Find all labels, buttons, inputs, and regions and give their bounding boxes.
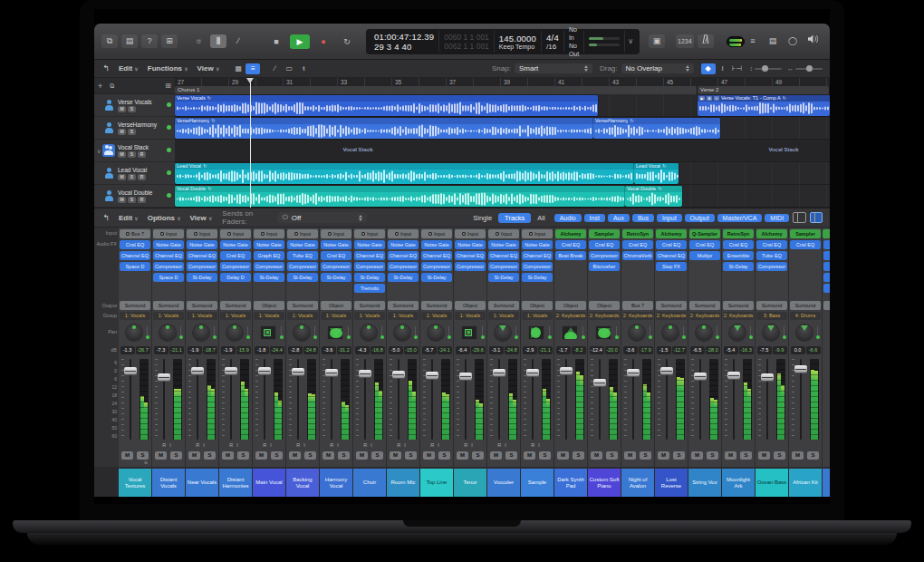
audio-fx-slot[interactable]: Channel EQ <box>522 251 553 260</box>
audio-fx-slot[interactable]: Channel EQ <box>187 251 217 260</box>
audio-fx-slot[interactable]: Tube EQ <box>756 251 787 260</box>
channel-strip[interactable] <box>823 228 830 467</box>
track-name-tile[interactable]: Sample <box>521 469 553 497</box>
output-slot[interactable]: Surround <box>488 301 519 310</box>
pan-knob[interactable] <box>226 325 243 341</box>
mute-button[interactable]: M <box>792 451 804 460</box>
audio-fx-slot[interactable]: St-Delay <box>488 273 519 282</box>
input-slot[interactable] <box>823 229 830 238</box>
mute-button[interactable]: M <box>322 451 334 460</box>
audio-region[interactable]: Lead Vocal↻ <box>175 163 634 184</box>
surround-pan-pad[interactable] <box>260 325 276 340</box>
audio-fx-slot[interactable]: Compressor <box>421 262 452 271</box>
metronome-icon[interactable] <box>698 34 714 48</box>
audio-fx-slot[interactable]: Noise Gate <box>254 240 284 249</box>
display-mode-icon[interactable]: ▣ <box>649 34 665 48</box>
audio-fx-slot[interactable]: Channel EQ <box>120 251 150 260</box>
peak-value[interactable]: -15.0 <box>404 346 419 354</box>
menu-view[interactable]: View ∨ <box>193 64 225 73</box>
track-header[interactable]: Verse VocalsMS <box>94 94 175 117</box>
output-slot[interactable]: Object <box>455 301 486 310</box>
audio-fx-slot[interactable]: Cnsl EQ <box>555 240 586 249</box>
group-slot[interactable]: 1: Vocals <box>287 312 318 320</box>
play-button[interactable]: ▶ <box>290 34 310 49</box>
mixer-menu-view[interactable]: View ∨ <box>186 214 217 222</box>
pencil-icon[interactable]: ∕ <box>230 34 246 48</box>
mute-button[interactable]: M <box>118 129 126 135</box>
track-name-tile[interactable]: Vocoder <box>487 469 520 497</box>
pan-control[interactable] <box>756 322 788 345</box>
scope-tab-tracks[interactable]: Tracks <box>498 213 531 223</box>
audio-fx-slot[interactable]: Compressor <box>756 262 787 271</box>
automation-icon[interactable]: ∕ <box>267 63 282 74</box>
volume-fader[interactable] <box>426 372 438 380</box>
input-monitor-button[interactable]: I <box>169 442 175 448</box>
volume-value[interactable]: -3.6 <box>623 346 638 354</box>
pan-side-slider[interactable] <box>348 326 349 339</box>
output-slot[interactable]: Surround <box>723 301 754 310</box>
pan-control[interactable] <box>554 322 587 345</box>
peak-value[interactable]: -26.7 <box>136 346 150 354</box>
volume-fader[interactable] <box>526 369 539 377</box>
pan-side-slider[interactable] <box>381 326 382 339</box>
pan-side-slider[interactable] <box>448 326 449 339</box>
input-slot[interactable]: Input <box>321 229 351 238</box>
pan-control[interactable] <box>521 322 553 345</box>
volume-fader[interactable] <box>694 373 707 381</box>
filter-midi[interactable]: MIDI <box>765 214 789 222</box>
channel-strip[interactable]: RetroSynCnsl EQChromaVerbBus 72: Keyboar… <box>621 228 654 467</box>
peak-value[interactable]: -24.8 <box>505 346 519 354</box>
audio-region[interactable]: Lead Vocal↻ <box>634 163 679 184</box>
track-on-indicator[interactable] <box>167 102 171 107</box>
channel-strip[interactable]: AlchemyCnsl EQBeat BreakObject2: Keyboar… <box>554 228 587 467</box>
input-slot[interactable]: Input <box>522 229 553 238</box>
volume-value[interactable]: -5.0 <box>389 346 403 354</box>
grid-view-icon[interactable]: ▦ <box>231 63 245 74</box>
pan-side-slider[interactable] <box>147 326 148 339</box>
mute-button[interactable]: M <box>118 197 126 203</box>
track-lane[interactable]: Vocal Double↻Vocal Double↻ <box>175 185 830 208</box>
audio-fx-slot[interactable]: Tremolo <box>354 284 385 293</box>
mute-button[interactable]: M <box>289 451 301 460</box>
help-icon[interactable]: ? <box>141 34 158 48</box>
solo-button[interactable]: S <box>472 451 484 460</box>
volume-value[interactable]: -1.8 <box>255 346 269 354</box>
audio-fx-slot[interactable]: St-Delay <box>254 273 284 282</box>
track-name-tile[interactable]: Lost Reverse <box>655 469 688 497</box>
input-slot[interactable]: Input <box>287 229 318 238</box>
track-name-tile[interactable]: Tenor <box>454 469 486 497</box>
audio-fx-slot[interactable]: Noise Gate <box>522 240 553 249</box>
input-slot[interactable]: Input <box>254 229 284 238</box>
volume-value[interactable]: -1.5 <box>657 346 671 354</box>
volume-fader[interactable] <box>560 367 573 375</box>
volume-fader[interactable] <box>660 367 673 375</box>
audio-fx-slot[interactable]: Channel EQ <box>354 251 385 260</box>
solo-button[interactable]: S <box>740 451 752 460</box>
audio-fx-slot[interactable]: Beat Break <box>555 251 586 260</box>
audio-region[interactable]: Verse Vocals↻ <box>175 95 598 116</box>
track-name-tile[interactable]: Choir <box>353 469 386 497</box>
peak-value[interactable]: -8.2 <box>572 346 586 354</box>
audio-region[interactable]: Vocal Double↻ <box>625 186 682 207</box>
audio-fx-slot[interactable]: Compressor <box>388 262 419 271</box>
input-monitor-button[interactable]: I <box>438 442 443 448</box>
pan-control[interactable] <box>219 322 252 345</box>
mute-button[interactable]: M <box>725 451 736 460</box>
add-track-icon[interactable]: + <box>98 82 102 91</box>
scope-tab-single[interactable]: Single <box>467 213 498 223</box>
pan-control[interactable] <box>789 322 822 345</box>
track-name-tile[interactable]: Dark Synth Pad <box>554 469 587 497</box>
track-name-tile[interactable]: Distant Vocals <box>152 469 185 497</box>
solo-button[interactable]: S <box>237 451 249 460</box>
channel-strip[interactable]: InputNoise GateChannel EQCompressorSt-De… <box>353 228 386 467</box>
pan-knob[interactable] <box>796 325 813 341</box>
channel-strip[interactable]: InputNoise GateChannel EQCompressorSt-De… <box>521 228 553 467</box>
track-name-tile[interactable]: Custom Soft Piano <box>588 469 621 497</box>
volume-value[interactable]: -2.8 <box>288 346 303 354</box>
pan-knob[interactable] <box>361 325 377 341</box>
channel-strip[interactable]: InputNoise GateChannel EQCompressorSt-De… <box>487 228 520 467</box>
loop-browser-icon[interactable]: ◯ <box>784 34 801 48</box>
audio-fx-slot[interactable]: Channel EQ <box>421 251 452 260</box>
surround-pan-pad[interactable] <box>461 325 477 340</box>
solo-button[interactable]: S <box>774 451 785 460</box>
